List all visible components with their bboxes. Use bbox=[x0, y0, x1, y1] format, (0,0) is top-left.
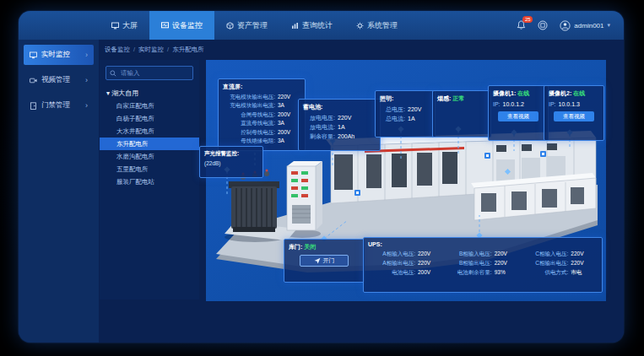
row-label: C相输入电压: bbox=[521, 249, 568, 258]
chevron-right-icon: › bbox=[85, 51, 88, 59]
chevron-down-icon: ▾ bbox=[607, 22, 610, 29]
row-label: 放电电压: bbox=[303, 113, 335, 122]
row-label: 合闸母线电压: bbox=[223, 111, 275, 119]
row-value: 1A bbox=[338, 124, 345, 130]
row-label: 直流母线电流: bbox=[223, 119, 275, 127]
sidebar-label: 视频管理 bbox=[41, 75, 70, 85]
chevron-right-icon: › bbox=[85, 76, 88, 84]
gear-icon bbox=[356, 22, 364, 30]
ups-column-a: A相输入电压:220V A相输出电压:220V 电池电压:200V bbox=[368, 249, 445, 277]
row-label: 剩余容量: bbox=[303, 132, 335, 141]
open-door-label: 开门 bbox=[323, 256, 335, 265]
breadcrumb-segment[interactable]: 设备监控 bbox=[105, 46, 130, 54]
panel-title: 照明: bbox=[380, 94, 430, 103]
monitor-icon bbox=[30, 51, 37, 59]
notification-bell-button[interactable]: 25 bbox=[517, 20, 526, 30]
smoke-status: 正常 bbox=[452, 95, 464, 101]
tree-item-selected[interactable]: 东升配电所 bbox=[100, 138, 199, 150]
door-lock-icon bbox=[30, 102, 37, 110]
tree-item[interactable]: 白杨子配电所 bbox=[100, 112, 199, 125]
search-icon bbox=[110, 70, 116, 77]
ups-panel: UPS: A相输入电压:220V A相输出电压:220V 电池电压:200V B… bbox=[363, 237, 603, 293]
sidebar-item-realtime-monitor[interactable]: 实时监控 › bbox=[24, 45, 94, 65]
row-value: 200V bbox=[278, 111, 290, 117]
username-label: admin001 bbox=[574, 22, 603, 30]
view-video-button[interactable]: 查看视频 bbox=[554, 111, 594, 121]
user-menu[interactable]: admin001 ▾ bbox=[560, 20, 610, 31]
breadcrumb-separator: / bbox=[133, 46, 135, 54]
nav-label: 系统管理 bbox=[367, 20, 398, 31]
dc-screen-panel: 直流屏: 充电模块输出电压:220V 充电模块输出电流:3A 合闸母线电压:20… bbox=[218, 78, 306, 151]
row-value: 220V bbox=[408, 106, 421, 112]
tree-root-label: 湖大自用 bbox=[111, 89, 138, 97]
breadcrumb-separator: / bbox=[167, 46, 169, 54]
alarm-value: (22dB) bbox=[204, 159, 258, 168]
row-value: 93% bbox=[495, 269, 506, 275]
avatar-icon bbox=[560, 20, 571, 31]
sidebar: 实时监控 › 视频管理 › 门禁管理 › bbox=[19, 40, 99, 343]
row-value: 1A bbox=[408, 116, 415, 121]
nav-label: 设备监控 bbox=[172, 20, 203, 31]
topbar-actions: 25 admin001 ▾ bbox=[517, 11, 610, 40]
ups-column-b: B相输入电压:220V B相输出电压:220V 电池剩余容量:93% bbox=[445, 249, 522, 277]
sidebar-item-video-manage[interactable]: 视频管理 › bbox=[24, 70, 94, 90]
row-value: 220V bbox=[495, 260, 507, 266]
chevron-right-icon: › bbox=[85, 101, 88, 110]
row-label: 控制母线电压: bbox=[223, 128, 275, 137]
row-label: 充电模块输出电压: bbox=[223, 93, 275, 101]
breadcrumb-segment[interactable]: 东升配电所 bbox=[172, 46, 204, 54]
device-frame: 大屏 设备监控 资产管理 查询统计 系统管理 25 bbox=[0, 0, 644, 356]
row-label: 电池剩余容量: bbox=[445, 267, 492, 277]
panel-title: 声光报警监控: bbox=[204, 150, 258, 158]
tree-item[interactable]: 水磨沟配电所 bbox=[100, 150, 199, 163]
nav-item-statistics[interactable]: 查询统计 bbox=[279, 11, 344, 40]
nav-item-system[interactable]: 系统管理 bbox=[344, 11, 409, 40]
row-label: 放电电流: bbox=[303, 122, 335, 132]
chart-icon bbox=[291, 22, 299, 30]
tree-root-node[interactable]: ▾ 湖大自用 bbox=[100, 86, 199, 100]
open-door-button[interactable]: 开门 bbox=[300, 255, 349, 267]
notification-count-badge: 25 bbox=[522, 16, 533, 23]
row-value: 220V bbox=[495, 251, 507, 256]
door-panel: 库门: 关闭 开门 bbox=[284, 239, 365, 283]
main-nav: 大屏 设备监控 资产管理 查询统计 系统管理 bbox=[100, 11, 409, 40]
row-value: 3A bbox=[278, 102, 284, 108]
tree-item[interactable]: 白家庄配电所 bbox=[100, 100, 199, 112]
sidebar-item-access-control[interactable]: 门禁管理 › bbox=[24, 95, 94, 116]
row-value: 200V bbox=[278, 129, 290, 135]
ip-value: 10.0.1.2 bbox=[503, 101, 524, 107]
view-video-button[interactable]: 查看视频 bbox=[498, 111, 538, 121]
camera2-status: 在线 bbox=[573, 90, 585, 96]
breadcrumb: 设备监控 / 实时监控 / 东升配电所 bbox=[105, 46, 204, 54]
fullscreen-icon bbox=[538, 20, 548, 30]
scene-viewport[interactable]: 直流屏: 充电模块输出电压:220V 充电模块输出电流:3A 合闸母线电压:20… bbox=[206, 60, 606, 301]
tree-search-input[interactable] bbox=[119, 68, 189, 78]
tree-collapse-icon: ▾ bbox=[106, 89, 110, 97]
nav-item-dashboard[interactable]: 大屏 bbox=[100, 11, 149, 40]
panel-title: 摄像机2: bbox=[549, 90, 571, 96]
nav-item-device-monitor[interactable]: 设备监控 bbox=[149, 11, 214, 40]
ups-column-c: C相输入电压:220V C相输出电压:220V 供电方式:市电 bbox=[521, 249, 598, 277]
tree-item[interactable]: 大水井配电所 bbox=[100, 125, 199, 138]
tree-item[interactable]: 服装厂配电站 bbox=[100, 175, 199, 188]
fullscreen-button[interactable] bbox=[538, 20, 548, 30]
open-door-icon bbox=[314, 257, 321, 264]
breadcrumb-segment[interactable]: 实时监控 bbox=[138, 46, 164, 54]
panel-title: 蓄电池: bbox=[303, 103, 376, 111]
nav-item-assets[interactable]: 资产管理 bbox=[214, 11, 279, 40]
door-label: 库门: bbox=[289, 244, 302, 250]
box-icon bbox=[226, 22, 234, 30]
panel-title: 烟感: bbox=[437, 95, 451, 101]
camera1-panel: 摄像机1: 在线 IP:10.0.1.2 查看视频 bbox=[488, 85, 549, 141]
nav-label: 资产管理 bbox=[237, 20, 268, 31]
ups-columns: A相输入电压:220V A相输出电压:220V 电池电压:200V B相输入电压… bbox=[368, 249, 598, 277]
tree-search-box bbox=[106, 66, 193, 80]
ip-label: IP: bbox=[549, 100, 556, 109]
camera1-status: 在线 bbox=[517, 90, 529, 96]
row-label: A相输出电压: bbox=[368, 258, 415, 267]
tree-item[interactable]: 五里配电所 bbox=[100, 163, 199, 175]
smoke-sensor-panel: 烟感: 正常 bbox=[432, 90, 491, 138]
video-camera-icon bbox=[30, 77, 37, 84]
row-label: 电池电压: bbox=[368, 267, 415, 277]
row-label: 母线绝缘电阻: bbox=[223, 137, 275, 145]
